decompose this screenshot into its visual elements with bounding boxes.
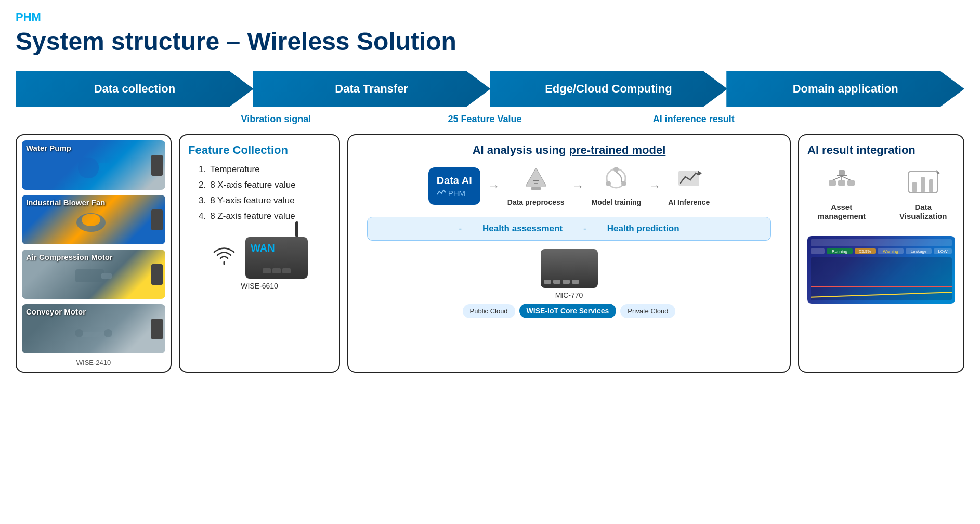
feature-item-4: 4.8 Z-axis feature value [199,211,331,221]
mic-box [541,249,598,288]
svg-rect-24 [829,180,836,186]
ss-cell-low: LOW [934,248,952,254]
feature-item-2: 2.8 X-axis feature value [199,180,331,190]
panel-data-transfer: Feature Collection 1.Temperature 2.8 X-a… [179,134,340,373]
ss-chart [811,257,952,300]
mic-770-section: MIC-770 Public Cloud WISE-IoT Core Servi… [357,249,781,318]
asset-management-label: Asset management [807,203,876,220]
mic-ports [544,280,595,284]
mic-port-4 [572,280,579,284]
svg-rect-26 [847,180,855,186]
svg-point-7 [75,329,83,337]
svg-line-23 [842,176,851,180]
feature-list: 1.Temperature 2.8 X-axis feature value 3… [188,164,331,221]
panel-data-collection: Water Pump Industrial Blower Fan Air Com… [16,134,172,373]
wise-6610-label: WISE-6610 [241,282,278,290]
data-visualization-icon [905,167,942,199]
ss-cell-leakage: Leakage [906,248,932,254]
subtitle-feature: 25 Feature Value [381,112,590,127]
wise-6610-section: WAN WISE-6610 [188,237,331,290]
inference-label: AI Inference [668,198,710,206]
da-screenshot: Running 53.9% Warning Leakage LOW [807,236,955,304]
inference-icon [668,165,710,196]
preprocess-icon [507,165,565,196]
main-title: System structure – Wireless Solution [16,27,964,56]
da-title: AI result integration [807,143,955,157]
svg-rect-30 [921,177,925,192]
ai-step-inference: AI Inference [668,165,710,206]
ai-arrow-2: → [572,179,584,193]
subtitles-row: Vibration signal 25 Feature Value AI inf… [16,112,964,127]
svg-rect-19 [839,170,845,175]
mic-770-label: MIC-770 [555,291,583,299]
mic-port-3 [563,280,570,284]
subtitle-vibration: Vibration signal [172,112,381,127]
ai-step-training: Model training [592,165,642,206]
public-cloud: Public Cloud [463,304,515,318]
da-icons-row: Asset management Data Visualization [807,167,955,220]
data-ai-box: Data AI PHM [428,167,480,205]
router-antenna [295,221,298,237]
ai-arrow-1: → [488,179,500,193]
ss-header [811,239,952,246]
private-cloud: Private Cloud [620,304,675,318]
feature-item-1: 1.Temperature [199,164,331,175]
device-industrial-blower: Industrial Blower Fan [22,195,165,244]
device-label-blower: Industrial Blower Fan [26,198,106,207]
wan-label: WAN [251,242,275,254]
preprocess-label: Data preprocess [507,198,565,206]
health-assessment: Health assessment [482,224,563,234]
pipeline-step-domain-app: Domain application [726,71,964,107]
device-label-water-pump: Water Pump [26,143,71,153]
svg-point-3 [82,214,100,226]
svg-rect-20 [837,175,847,176]
cloud-row: Public Cloud WISE-IoT Core Services Priv… [463,304,676,318]
health-prediction: Health prediction [607,224,680,234]
ai-step-preprocess: Data preprocess [507,165,565,206]
wan-router: WAN [211,237,308,279]
chart-line-2 [811,286,952,287]
pipeline-step-data-transfer: Data Transfer [253,71,491,107]
training-icon [592,165,642,196]
ss-cell-warning: Warning [878,248,904,254]
phm-sub-label: PHM [437,189,472,198]
feature-collection-title: Feature Collection [188,143,331,157]
da-screenshot-overlay: Running 53.9% Warning Leakage LOW [807,236,955,304]
pipeline-step-edge-cloud: Edge/Cloud Computing [490,71,728,107]
phm-label: PHM [16,10,964,24]
wise-2410-label: WISE-2410 [22,359,165,366]
device-air-compression: Air Compression Motor [22,250,165,299]
router-box: WAN [245,237,308,279]
svg-line-21 [832,176,842,180]
svg-rect-29 [912,182,917,192]
health-bar: - Health assessment - Health prediction [367,217,771,241]
feature-item-3: 3.8 Y-axis feature value [199,195,331,206]
mic-port-1 [544,280,551,284]
ai-arrow-3: → [648,179,661,193]
svg-rect-31 [929,179,933,192]
svg-rect-10 [531,187,541,190]
data-visualization-item: Data Visualization [892,167,955,220]
device-label-air-compression: Air Compression Motor [26,253,113,262]
subtitle-ai: AI inference result [589,112,798,127]
training-label: Model training [592,198,642,206]
ss-cell-1 [811,248,825,254]
wifi-icon [211,245,237,271]
ss-cell-running: Running [827,248,853,254]
svg-point-14 [613,167,619,172]
health-dash-2: - [583,224,586,234]
wise-iot-services: WISE-IoT Core Services [519,304,617,318]
mic-port-2 [553,280,560,284]
svg-rect-5 [101,273,112,279]
panel-edge-cloud: AI analysis using pre-trained model Data… [347,134,791,373]
chart-line-1 [811,292,952,297]
svg-point-16 [606,181,611,186]
device-label-conveyor: Conveyor Motor [26,307,86,317]
svg-rect-4 [75,269,104,282]
device-water-pump: Water Pump [22,140,165,190]
ss-cell-pct: 53.9% [855,248,876,254]
asset-management-icon [824,167,860,199]
ai-flow: Data AI PHM → Data preprocess [357,165,781,206]
svg-point-0 [78,158,99,178]
svg-point-8 [104,329,112,337]
